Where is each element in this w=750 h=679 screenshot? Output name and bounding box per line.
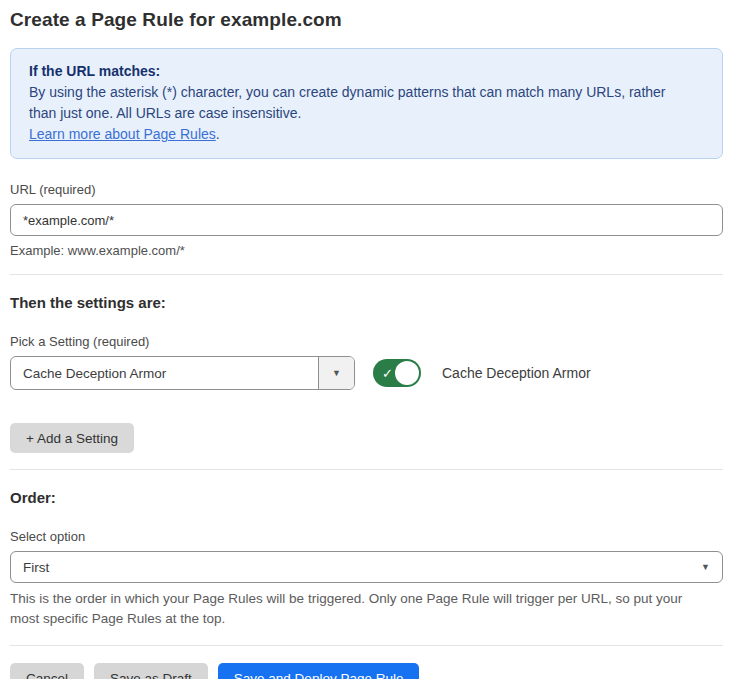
save-and-deploy-button[interactable]: Save and Deploy Page Rule — [218, 663, 420, 679]
check-icon: ✓ — [382, 367, 393, 380]
setting-select[interactable]: Cache Deception Armor ▼ — [10, 356, 355, 390]
toggle-knob — [395, 361, 419, 385]
chevron-down-icon: ▼ — [701, 562, 710, 572]
order-select[interactable]: First ▼ — [10, 551, 723, 583]
toggle-label: Cache Deception Armor — [442, 365, 591, 381]
settings-section-heading: Then the settings are: — [10, 294, 723, 311]
info-box-heading: If the URL matches: — [29, 61, 704, 82]
pick-setting-label: Pick a Setting (required) — [10, 334, 723, 349]
url-example-text: Example: www.example.com/* — [10, 243, 723, 258]
url-match-info-box: If the URL matches: By using the asteris… — [10, 48, 723, 159]
page-rule-form: Create a Page Rule for example.com If th… — [0, 0, 750, 679]
divider-settings — [10, 274, 723, 275]
chevron-down-icon: ▼ — [332, 368, 341, 378]
order-section-heading: Order: — [10, 489, 723, 506]
setting-select-arrow-segment[interactable]: ▼ — [318, 357, 354, 389]
order-select-value: First — [23, 560, 49, 575]
page-title: Create a Page Rule for example.com — [10, 9, 723, 31]
order-select-label: Select option — [10, 529, 723, 544]
url-field-label: URL (required) — [10, 182, 723, 197]
link-period: . — [216, 126, 220, 142]
url-input[interactable] — [10, 204, 723, 236]
divider-footer — [10, 645, 723, 646]
order-help-text: This is the order in which your Page Rul… — [10, 589, 715, 629]
divider-order — [10, 469, 723, 470]
save-as-draft-button[interactable]: Save as Draft — [94, 663, 208, 679]
cancel-button[interactable]: Cancel — [10, 663, 84, 679]
info-box-link-line: Learn more about Page Rules. — [29, 124, 704, 145]
add-setting-button[interactable]: + Add a Setting — [10, 423, 134, 453]
setting-select-value: Cache Deception Armor — [11, 357, 318, 389]
footer-actions: Cancel Save as Draft Save and Deploy Pag… — [10, 663, 723, 679]
setting-row: Cache Deception Armor ▼ ✓ Cache Deceptio… — [10, 356, 723, 390]
learn-more-link[interactable]: Learn more about Page Rules — [29, 126, 216, 142]
info-box-body: By using the asterisk (*) character, you… — [29, 82, 689, 124]
cache-deception-armor-toggle[interactable]: ✓ — [373, 359, 421, 387]
